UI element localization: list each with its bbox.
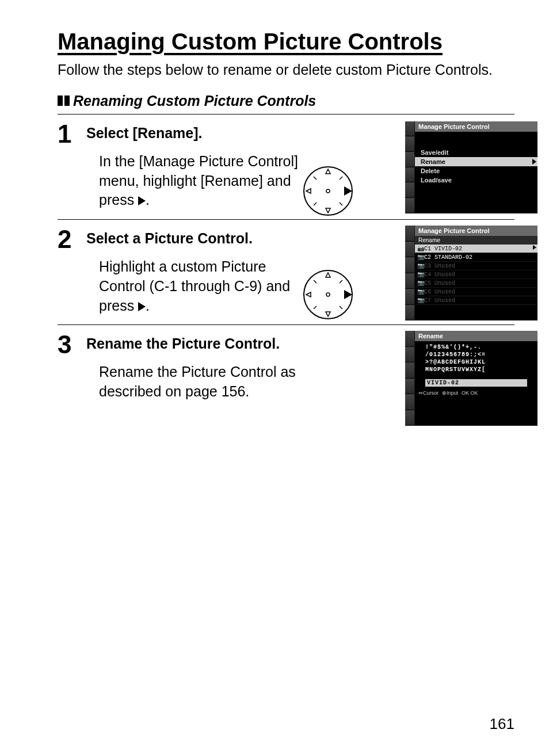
- step-1: 1 Select [Rename]. In the [Manage Pictur…: [58, 114, 514, 219]
- step-number: 3: [58, 332, 75, 357]
- svg-point-15: [326, 293, 330, 296]
- step-3: 3 Rename the Picture Control. Rename the…: [58, 324, 514, 411]
- step-2: 2 Select a Picture Control. Highlight a …: [58, 219, 514, 324]
- menu-item[interactable]: Delete: [415, 166, 537, 175]
- right-arrow-icon: [138, 196, 146, 205]
- list-item-disabled: 📷C7 Unused: [415, 296, 537, 305]
- list-item-disabled: 📷C6 Unused: [415, 288, 537, 296]
- menu-item[interactable]: Load/save: [415, 175, 537, 185]
- svg-marker-1: [326, 169, 330, 174]
- screen-header: Manage Picture Control: [415, 226, 537, 236]
- svg-marker-14: [344, 290, 352, 299]
- section-title: Renaming Custom Picture Controls: [73, 93, 316, 109]
- step-text: Highlight a custom Picture Control (C-1 …: [86, 257, 305, 315]
- multi-selector-icon: [299, 266, 357, 323]
- svg-marker-4: [344, 186, 352, 196]
- camera-screen-3: Rename !"#$%&'()*+,-. /0123456789:;<= >?…: [405, 331, 537, 426]
- step-text: Rename the Picture Control as described …: [86, 362, 345, 402]
- page-number: 161: [490, 715, 514, 733]
- character-grid[interactable]: !"#$%&'()*+,-. /0123456789:;<= >?@ABCDEF…: [415, 341, 537, 376]
- bullet-icon: [58, 96, 70, 106]
- svg-line-6: [314, 177, 317, 180]
- svg-marker-13: [306, 292, 311, 297]
- intro-text: Follow the steps below to rename or dele…: [58, 60, 514, 80]
- list-item-disabled: 📷C3 Unused: [415, 262, 537, 270]
- svg-marker-3: [306, 189, 311, 193]
- svg-line-16: [314, 280, 317, 283]
- svg-line-19: [340, 306, 342, 309]
- right-arrow-icon: [138, 302, 146, 311]
- svg-line-7: [340, 177, 342, 180]
- svg-line-9: [340, 203, 342, 205]
- svg-point-5: [326, 189, 330, 193]
- step-text: In the [Manage Picture Control] menu, hi…: [86, 152, 305, 210]
- list-item-disabled: 📷C4 Unused: [415, 270, 537, 279]
- page-title: Managing Custom Picture Controls: [58, 29, 514, 55]
- screen-header: Rename: [415, 331, 537, 341]
- multi-selector-icon: [299, 162, 357, 220]
- svg-marker-11: [326, 273, 330, 277]
- svg-marker-2: [326, 208, 330, 213]
- rename-text-field[interactable]: VIVID-02: [425, 379, 527, 387]
- svg-line-17: [340, 280, 342, 283]
- list-item-highlighted[interactable]: 📷C1 VIVID-02: [415, 245, 537, 253]
- step-number: 1: [58, 121, 75, 147]
- list-item-disabled: 📷C5 Unused: [415, 279, 537, 288]
- section-header: Renaming Custom Picture Controls: [58, 93, 514, 109]
- step-number: 2: [58, 227, 75, 252]
- menu-item-highlighted[interactable]: Rename: [415, 157, 537, 166]
- screen-subheader: Rename: [415, 236, 537, 245]
- svg-line-18: [314, 306, 317, 309]
- screen-header: Manage Picture Control: [415, 121, 537, 132]
- screen-footer: ⇔Cursor ⊕Input OK OK: [415, 389, 537, 398]
- list-item[interactable]: 📷C2 STANDARD-02: [415, 253, 537, 262]
- menu-item[interactable]: Save/edit: [415, 148, 537, 157]
- camera-screen-1: Manage Picture Control Save/edit Rename …: [405, 121, 537, 213]
- camera-screen-2: Manage Picture Control Rename 📷C1 VIVID-…: [405, 226, 537, 320]
- svg-line-8: [314, 203, 317, 205]
- svg-marker-12: [326, 312, 330, 316]
